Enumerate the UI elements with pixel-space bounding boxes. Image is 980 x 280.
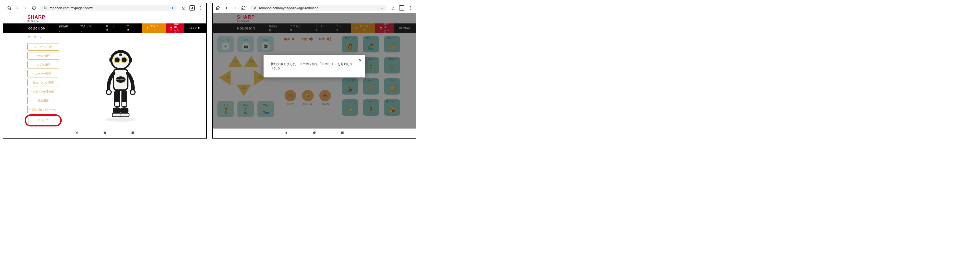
mypage-sidebar: マイページTOP 本体の管理 アプリ管理 ユーザー管理 契約プランの変更 ロボホ… — [27, 43, 59, 126]
svg-text:RoBoHoN: RoBoHoN — [116, 78, 125, 81]
nav-products[interactable]: 商品紹介 — [53, 24, 74, 32]
nav-global[interactable]: GLOBAL — [184, 24, 206, 33]
cart-icon — [169, 26, 173, 30]
webpage-content: SHARP Be Original. RoBoHoN 商品紹介 アクセサリー サ… — [3, 13, 206, 129]
svg-point-0 — [44, 6, 45, 7]
svg-rect-28 — [113, 108, 121, 113]
browser-toolbar: robohon.com/mypage/linkage-remocon/ ☆ 3 — [213, 3, 416, 13]
svg-point-7 — [170, 29, 171, 30]
svg-rect-33 — [132, 131, 134, 134]
svg-point-13 — [121, 57, 126, 62]
svg-rect-17 — [109, 58, 111, 62]
tab-count-badge[interactable]: 3 — [189, 5, 195, 11]
bookmark-star-icon[interactable]: ☆ — [380, 6, 384, 10]
svg-rect-27 — [122, 102, 126, 107]
close-icon: × — [358, 57, 362, 64]
sidebar-item-repair[interactable]: ロボホン修理依頼 — [27, 88, 59, 95]
svg-point-5 — [200, 9, 201, 10]
back-icon[interactable] — [15, 6, 19, 10]
svg-point-8 — [172, 29, 172, 30]
robohon-logo[interactable]: RoBoHoN — [3, 26, 53, 30]
menu-dots-icon[interactable] — [408, 6, 413, 10]
modal-close-button[interactable]: × — [358, 57, 362, 64]
sharp-header: SHARP Be Original. — [3, 13, 206, 22]
bookmark-star-icon[interactable]: ★ — [171, 6, 174, 10]
webpage-content: SHARP Be Original. RoBoHoN 商品紹介 アクセサリー サ… — [213, 13, 416, 129]
svg-rect-16 — [119, 54, 122, 56]
svg-point-39 — [410, 9, 411, 10]
error-modal: × 接続失敗しました。ロボホン側で「ロボリモ」を起動してください。 — [264, 55, 365, 78]
menu-dots-icon[interactable] — [199, 6, 203, 10]
android-home-icon[interactable] — [312, 130, 317, 136]
svg-point-1 — [46, 8, 46, 8]
sidebar-item-apps[interactable]: アプリ管理 — [27, 61, 59, 68]
person-icon — [146, 27, 148, 30]
home-icon[interactable] — [216, 6, 221, 10]
android-back-icon[interactable] — [75, 130, 79, 136]
android-nav-bar — [3, 129, 206, 138]
url-text: robohon.com/mypage/index/ — [49, 6, 93, 10]
nav-service[interactable]: サービス — [100, 24, 121, 32]
svg-point-9 — [105, 118, 137, 122]
url-text: robohon.com/mypage/linkage-remocon/ — [259, 6, 320, 10]
site-settings-icon[interactable] — [43, 6, 48, 10]
svg-point-32 — [103, 131, 106, 134]
android-nav-bar — [213, 129, 416, 138]
sidebar-item-device[interactable]: 本体の管理 — [27, 52, 59, 59]
svg-point-38 — [410, 8, 411, 8]
address-bar[interactable]: robohon.com/mypage/linkage-remocon/ ☆ — [250, 5, 387, 11]
android-home-icon[interactable] — [103, 130, 107, 136]
sidebar-item-user[interactable]: ユーザー管理 — [27, 70, 59, 78]
download-icon[interactable] — [181, 6, 186, 10]
tab-count-badge[interactable]: 3 — [399, 5, 404, 11]
nav-buy-button[interactable]: 購入は こちら — [166, 24, 184, 33]
sharp-logo[interactable]: SHARP — [27, 14, 206, 20]
android-recent-icon[interactable] — [131, 130, 135, 136]
svg-point-23 — [130, 90, 135, 95]
nav-accessory[interactable]: アクセサリー — [74, 24, 100, 32]
svg-point-12 — [115, 57, 119, 62]
svg-point-43 — [313, 131, 315, 134]
sidebar-item-campaign[interactable]: ロボ友の輪キャンペーン — [27, 106, 59, 113]
android-back-icon[interactable] — [284, 130, 288, 136]
screenshot-remocon: robohon.com/mypage/linkage-remocon/ ☆ 3 … — [212, 3, 416, 138]
sharp-tagline: Be Original. — [27, 20, 206, 22]
svg-point-34 — [254, 6, 255, 7]
site-nav: RoBoHoN 商品紹介 アクセサリー サービス ニュース マイページ 購入は … — [3, 24, 206, 33]
svg-point-35 — [255, 8, 256, 8]
robohon-illustration: RoBoHoN — [100, 46, 142, 123]
svg-point-3 — [200, 6, 201, 7]
svg-rect-29 — [121, 108, 128, 113]
nav-mypage-button[interactable]: マイページ — [142, 24, 166, 33]
reload-icon[interactable] — [241, 6, 246, 10]
download-icon[interactable] — [391, 6, 395, 10]
svg-rect-31 — [120, 113, 129, 117]
svg-point-37 — [410, 6, 411, 7]
modal-message: 接続失敗しました。ロボホン側で「ロボリモ」を起動してください。 — [271, 62, 356, 70]
annotation-highlight-ring: ロボリモ — [25, 114, 62, 126]
svg-point-4 — [200, 8, 201, 8]
sidebar-item-top[interactable]: マイページTOP — [27, 43, 59, 51]
home-icon[interactable] — [6, 6, 11, 10]
reload-icon[interactable] — [32, 6, 37, 10]
android-recent-icon[interactable] — [340, 130, 344, 136]
back-icon[interactable] — [224, 6, 229, 10]
svg-rect-26 — [115, 102, 119, 107]
forward-icon[interactable] — [233, 6, 237, 10]
breadcrumb: マイページ — [3, 33, 206, 41]
forward-icon[interactable] — [23, 6, 28, 10]
svg-point-2 — [45, 8, 45, 9]
address-bar[interactable]: robohon.com/mypage/index/ ★ — [40, 5, 177, 11]
sidebar-item-plan[interactable]: 契約プランの変更 — [27, 79, 59, 86]
browser-toolbar: robohon.com/mypage/index/ ★ 3 — [3, 3, 206, 13]
screenshot-mypage: robohon.com/mypage/index/ ★ 3 SHARP Be O… — [3, 3, 207, 138]
svg-rect-44 — [341, 131, 344, 134]
svg-point-6 — [147, 27, 148, 28]
svg-rect-18 — [130, 58, 132, 62]
svg-point-36 — [254, 8, 255, 9]
site-settings-icon[interactable] — [253, 6, 257, 10]
nav-news[interactable]: ニュース — [121, 24, 142, 32]
svg-point-22 — [106, 90, 111, 95]
sidebar-item-roborimo[interactable]: ロボリモ — [28, 117, 58, 124]
sidebar-item-orders[interactable]: 注文履歴 — [27, 97, 59, 104]
